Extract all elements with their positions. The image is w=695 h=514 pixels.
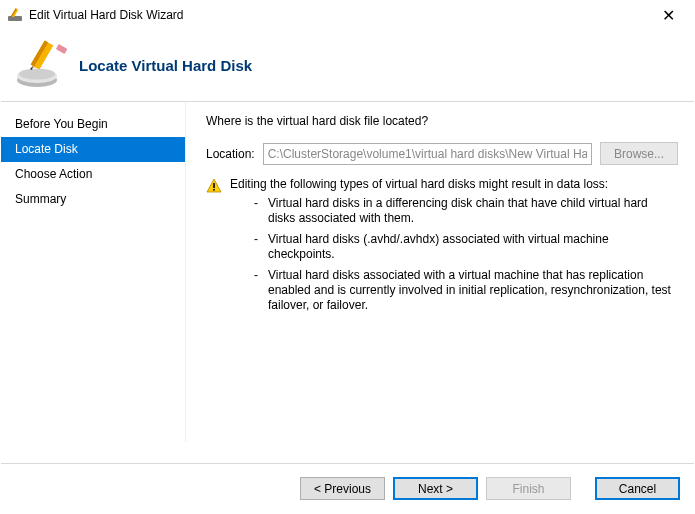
- warning-bullet: Virtual hard disks associated with a vir…: [254, 268, 678, 313]
- location-label: Location:: [206, 147, 255, 161]
- cancel-button[interactable]: Cancel: [595, 477, 680, 500]
- browse-button: Browse...: [600, 142, 678, 165]
- svg-point-5: [19, 69, 55, 80]
- page-header: Locate Virtual Hard Disk: [1, 29, 694, 101]
- page-title: Locate Virtual Hard Disk: [79, 57, 252, 74]
- title-bar: Edit Virtual Hard Disk Wizard ✕: [1, 1, 694, 29]
- step-summary[interactable]: Summary: [1, 187, 185, 212]
- svg-rect-13: [213, 189, 215, 191]
- close-button[interactable]: ✕: [648, 6, 688, 25]
- next-button[interactable]: Next >: [393, 477, 478, 500]
- location-input[interactable]: [263, 143, 592, 165]
- app-icon: [7, 7, 23, 23]
- warning-intro: Editing the following types of virtual h…: [230, 177, 678, 192]
- step-before-you-begin[interactable]: Before You Begin: [1, 112, 185, 137]
- warning-bullet: Virtual hard disks (.avhd/.avhdx) associ…: [254, 232, 678, 262]
- location-question: Where is the virtual hard disk file loca…: [206, 114, 678, 128]
- content-pane: Where is the virtual hard disk file loca…: [186, 102, 694, 442]
- wizard-footer: < Previous Next > Finish Cancel: [1, 463, 694, 513]
- step-locate-disk[interactable]: Locate Disk: [1, 137, 185, 162]
- wizard-steps-sidebar: Before You Begin Locate Disk Choose Acti…: [1, 102, 186, 442]
- finish-button: Finish: [486, 477, 571, 500]
- previous-button[interactable]: < Previous: [300, 477, 385, 500]
- wizard-icon: [15, 38, 69, 92]
- svg-rect-9: [56, 44, 68, 54]
- warning-bullet: Virtual hard disks in a differencing dis…: [254, 196, 678, 226]
- svg-rect-12: [213, 183, 215, 188]
- svg-rect-0: [8, 16, 22, 21]
- window-title: Edit Virtual Hard Disk Wizard: [29, 8, 648, 22]
- step-choose-action[interactable]: Choose Action: [1, 162, 185, 187]
- warning-icon: [206, 178, 222, 194]
- warning-bullets: Virtual hard disks in a differencing dis…: [254, 196, 678, 313]
